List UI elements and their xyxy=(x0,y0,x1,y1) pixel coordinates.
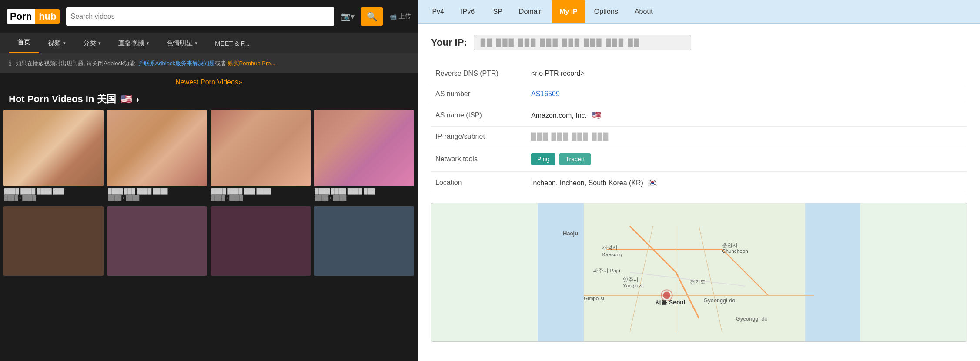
upload-label: 上传 xyxy=(399,13,411,20)
notice-link-2[interactable]: 购买Pornhub Pre... xyxy=(228,60,276,67)
row-label: IP-range/subnet xyxy=(431,127,527,147)
search-button[interactable]: 🔍 xyxy=(361,7,383,26)
tab-ipv4[interactable]: IPv4 xyxy=(422,0,452,23)
notice-text: 如果在播放视频时出现问题, 请关闭Adblock功能, 并联系Adblock服务… xyxy=(16,60,275,67)
map-svg: Haeju 개성시 Kaesong 파주시 Paju 양주시 Yangju-si… xyxy=(431,203,967,341)
us-flag-icon: 🇺🇸 xyxy=(592,111,601,120)
video-thumbnail[interactable] xyxy=(107,206,207,276)
svg-text:Gyeonggi-do: Gyeonggi-do xyxy=(736,315,768,322)
video-meta: ████ • ████ xyxy=(4,195,103,201)
video-item[interactable]: ████ ████ ████ ███ ████ • ████ xyxy=(314,110,414,203)
svg-text:개성시: 개성시 xyxy=(602,244,618,250)
nav-item-stars[interactable]: 色情明星 ▾ xyxy=(158,33,206,53)
video-meta: ████ • ████ xyxy=(315,195,413,201)
table-row: Network tools Ping Tracert xyxy=(431,147,967,172)
your-ip-row: Your IP: ██ ███ ███ ███ ███ ███ ███ ██ xyxy=(431,35,967,50)
row-value: <no PTR record> xyxy=(527,64,967,84)
your-ip-label: Your IP: xyxy=(431,37,467,48)
logo-hub: hub xyxy=(35,9,60,24)
row-label: AS name (ISP) xyxy=(431,104,527,127)
svg-rect-2 xyxy=(805,203,860,341)
location-text: Incheon, Incheon, South Korea (KR) xyxy=(531,179,643,187)
svg-text:경기도: 경기도 xyxy=(690,279,706,285)
dropdown-arrow: ▾ xyxy=(195,40,197,46)
video-item[interactable]: ████ ████ ███ ████ ████ • ████ xyxy=(211,110,311,203)
nav-item-meet[interactable]: MEET & F... xyxy=(206,33,258,53)
ip-value: ██ ███ ███ ███ ███ ███ ███ ██ xyxy=(474,35,691,50)
svg-text:양주시: 양주시 xyxy=(623,277,639,282)
video-thumbnail[interactable] xyxy=(314,206,414,276)
logo-porn: Porn xyxy=(7,9,35,24)
tracert-button[interactable]: Tracert xyxy=(559,153,591,165)
table-row: AS name (ISP) Amazon.com, Inc. 🇺🇸 xyxy=(431,104,967,127)
table-row: Location Incheon, Incheon, South Korea (… xyxy=(431,172,967,194)
tab-options[interactable]: Options xyxy=(586,0,626,23)
video-meta: ████ • ████ xyxy=(108,195,206,201)
tab-about[interactable]: About xyxy=(627,0,661,23)
dropdown-arrow: ▾ xyxy=(63,40,66,46)
video-thumbnail[interactable] xyxy=(3,206,104,276)
video-info: ████ ███ ████ ████ ████ • ████ xyxy=(107,186,207,203)
video-thumbnail xyxy=(314,110,414,186)
video-info: ████ ████ ████ ███ ████ • ████ xyxy=(314,186,414,203)
video-thumbnail[interactable] xyxy=(211,206,311,276)
ph-header: Porn hub 📷▾ 🔍 📹 上传 xyxy=(0,0,418,33)
video-grid-row2 xyxy=(0,206,418,276)
video-title: ████ ███ ████ ████ xyxy=(108,188,206,195)
ip-info-table: Reverse DNS (PTR) <no PTR record> AS num… xyxy=(431,64,967,194)
video-item[interactable]: ████ ████ ████ ███ ████ • ████ xyxy=(3,110,104,203)
video-meta: ████ • ████ xyxy=(211,195,310,201)
tab-domain[interactable]: Domain xyxy=(511,0,551,23)
video-info: ████ ████ ████ ███ ████ • ████ xyxy=(3,186,104,203)
us-flag: 🇺🇸 xyxy=(120,94,132,105)
subnet-value: ███ ███ ███ ███ xyxy=(531,133,609,140)
dropdown-arrow: ▾ xyxy=(147,40,149,46)
newest-link[interactable]: Newest Porn Videos» xyxy=(175,78,242,86)
row-value: Incheon, Incheon, South Korea (KR) 🇰🇷 xyxy=(527,172,967,194)
row-label: AS number xyxy=(431,84,527,104)
ph-logo[interactable]: Porn hub xyxy=(7,9,60,24)
table-row: IP-range/subnet ███ ███ ███ ███ xyxy=(431,127,967,147)
as-number-link[interactable]: AS16509 xyxy=(531,90,560,97)
notice-link-1[interactable]: 并联系Adblock服务来解决问题 xyxy=(138,60,215,67)
video-grid: ████ ████ ████ ███ ████ • ████ ████ ███ … xyxy=(0,110,418,203)
ip-map: Haeju 개성시 Kaesong 파주시 Paju 양주시 Yangju-si… xyxy=(431,203,967,342)
dropdown-arrow: ▾ xyxy=(98,40,101,46)
video-thumbnail xyxy=(107,110,207,186)
row-value: Amazon.com, Inc. 🇺🇸 xyxy=(527,104,967,127)
tab-isp[interactable]: ISP xyxy=(483,0,510,23)
row-value: Ping Tracert xyxy=(527,147,967,172)
svg-text:Haeju: Haeju xyxy=(563,230,578,237)
hot-videos-heading: Hot Porn Videos In 美国 🇺🇸 › xyxy=(0,90,418,110)
ph-nav: 首页 视频 ▾ 分类 ▾ 直播视频 ▾ 色情明星 ▾ MEET & F... xyxy=(0,33,418,53)
upload-area[interactable]: 📹 上传 xyxy=(389,13,411,20)
svg-text:서울 Seoul: 서울 Seoul xyxy=(655,299,685,306)
video-title: ████ ████ ███ ████ xyxy=(211,188,310,195)
camera-icon[interactable]: 📷▾ xyxy=(341,12,355,21)
nav-item-live[interactable]: 直播视频 ▾ xyxy=(110,33,158,53)
tab-my-ip[interactable]: My IP xyxy=(552,0,585,23)
search-icons: 📷▾ xyxy=(341,12,355,21)
video-item[interactable]: ████ ███ ████ ████ ████ • ████ xyxy=(107,110,207,203)
svg-text:파주시 Paju: 파주시 Paju xyxy=(593,267,620,273)
notice-icon: ℹ xyxy=(9,59,11,67)
table-row: AS number AS16509 xyxy=(431,84,967,104)
chevron-right-icon[interactable]: › xyxy=(137,94,140,104)
search-input[interactable] xyxy=(70,13,330,20)
svg-text:Chuncheon: Chuncheon xyxy=(722,248,748,254)
ping-button[interactable]: Ping xyxy=(531,153,555,165)
svg-text:춘천시: 춘천시 xyxy=(722,242,738,248)
ip-content: Your IP: ██ ███ ███ ███ ███ ███ ███ ██ R… xyxy=(418,24,980,361)
tab-ipv6[interactable]: IPv6 xyxy=(453,0,482,23)
svg-text:Gyeonggi-do: Gyeonggi-do xyxy=(704,297,736,304)
pornhub-panel: Porn hub 📷▾ 🔍 📹 上传 首页 视频 ▾ 分类 ▾ xyxy=(0,0,418,361)
isp-name: Amazon.com, Inc. xyxy=(531,112,587,119)
search-bar xyxy=(66,7,334,26)
svg-text:Kaesong: Kaesong xyxy=(602,251,622,257)
table-row: Reverse DNS (PTR) <no PTR record> xyxy=(431,64,967,84)
row-value: AS16509 xyxy=(527,84,967,104)
korea-flag-icon: 🇰🇷 xyxy=(648,178,657,187)
nav-item-videos[interactable]: 视频 ▾ xyxy=(39,33,74,53)
nav-item-home[interactable]: 首页 xyxy=(9,33,39,53)
nav-item-categories[interactable]: 分类 ▾ xyxy=(74,33,110,53)
